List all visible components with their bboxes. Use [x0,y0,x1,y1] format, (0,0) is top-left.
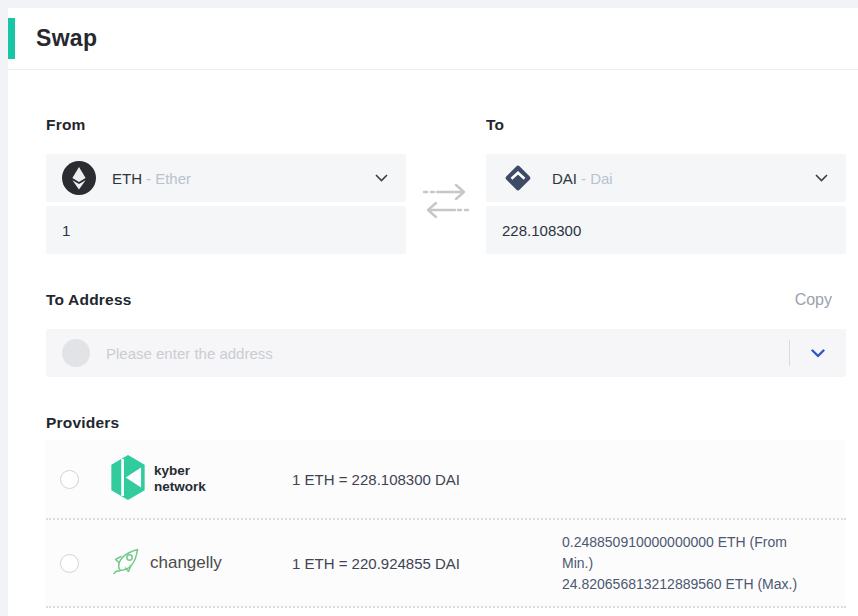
kyber-logo-text: kyber network [154,463,206,494]
ethereum-icon [62,161,96,195]
from-token-name: - Ether [146,170,191,187]
card-body: From ETH - Ether [8,70,858,608]
dai-icon [502,161,536,195]
providers-label: Providers [46,414,846,432]
to-token-name: - Dai [581,170,613,187]
from-column: From ETH - Ether [46,116,406,254]
swap-arrows-icon [421,180,471,226]
changelly-max-limit: 24.820656813212889560 ETH (Max.) [562,574,810,595]
chevron-down-icon [811,344,825,362]
address-header: To Address Copy [46,291,846,309]
provider-row-changelly[interactable]: changelly 1 ETH = 220.924855 DAI 0.24885… [46,520,846,606]
kyber-rate: 1 ETH = 228.108300 DAI [292,471,562,488]
from-label: From [46,116,406,134]
accent-bar [8,18,15,59]
provider-row-kyber[interactable]: kyber network 1 ETH = 228.108300 DAI [46,440,846,518]
to-token-symbol: DAI [552,170,577,187]
changelly-radio-button[interactable] [60,554,79,573]
kyber-radio-button[interactable] [60,470,79,489]
changelly-limits: 0.248850910000000000 ETH (From Min.) 24.… [562,532,810,595]
chevron-down-icon [815,174,828,182]
card-header: Swap [8,8,858,70]
copy-button[interactable]: Copy [795,291,832,309]
changelly-logo: changelly [110,545,292,581]
changelly-logo-text: changelly [150,553,222,573]
to-column: To DAI - Dai [486,116,846,254]
to-label: To [486,116,846,134]
address-input-box [46,329,846,377]
swap-section: From ETH - Ether [46,116,846,254]
to-address-label: To Address [46,291,132,309]
swap-direction [406,116,486,254]
kyber-logo: kyber network [110,454,292,505]
address-dropdown-button[interactable] [790,329,846,377]
changelly-rocket-logo-icon [110,545,144,581]
changelly-rate: 1 ETH = 220.924855 DAI [292,555,562,572]
from-token-select[interactable]: ETH - Ether [46,154,406,202]
to-amount-input[interactable] [486,206,846,254]
address-input[interactable] [104,344,789,363]
changelly-min-limit: 0.248850910000000000 ETH (From Min.) [562,532,810,574]
divider [46,606,846,608]
providers-list: kyber network 1 ETH = 228.108300 DAI [46,440,846,608]
from-token-symbol: ETH [112,170,142,187]
kyber-text-line1: kyber [154,463,206,479]
chevron-down-icon [375,174,388,182]
page-title: Swap [36,25,97,52]
from-amount-input[interactable] [46,206,406,254]
kyber-network-logo-icon [110,454,146,505]
to-token-select[interactable]: DAI - Dai [486,154,846,202]
kyber-text-line2: network [154,479,206,495]
address-avatar [62,339,90,367]
swap-card: Swap From ETH - Ether [8,8,858,616]
